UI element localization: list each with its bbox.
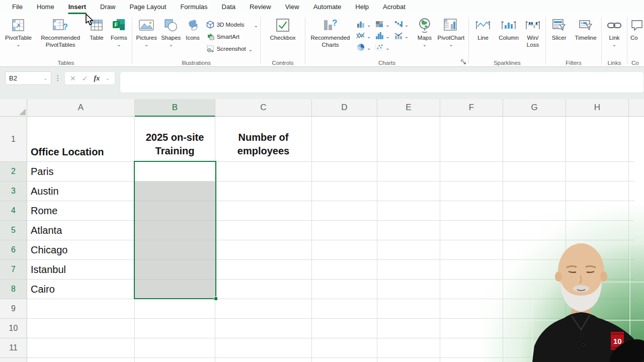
cell-b3[interactable]: [135, 182, 215, 201]
cell[interactable]: [503, 240, 566, 260]
3d-models-button[interactable]: 3D Models ⌄: [206, 20, 258, 30]
cell[interactable]: [215, 221, 312, 240]
cell[interactable]: [440, 358, 503, 362]
cell-a8[interactable]: Cairo: [27, 280, 135, 299]
pivotchart-button[interactable]: PivotChart ⌄: [436, 16, 466, 46]
cell[interactable]: [135, 358, 215, 362]
cell[interactable]: [440, 240, 503, 260]
cell[interactable]: [566, 260, 629, 280]
comment-button[interactable]: Co: [629, 16, 644, 42]
column-header-b-selected[interactable]: B: [135, 99, 215, 117]
cell[interactable]: [215, 280, 312, 299]
cell[interactable]: [440, 201, 503, 221]
tab-page-layout[interactable]: Page Layout: [122, 0, 173, 14]
cell[interactable]: [566, 201, 629, 221]
insert-function-icon[interactable]: fx: [94, 74, 100, 82]
chevron-down-icon[interactable]: ⌄: [117, 43, 121, 46]
cell-a1[interactable]: Office Location: [27, 117, 135, 162]
cell[interactable]: [629, 201, 634, 221]
insert-hierarchy-chart-button[interactable]: ⌄: [375, 20, 389, 29]
cell[interactable]: [215, 162, 312, 182]
cell[interactable]: [629, 319, 634, 338]
cell[interactable]: [215, 201, 312, 221]
cell[interactable]: [566, 117, 629, 162]
cell-b2-active[interactable]: [135, 162, 215, 182]
pictures-button[interactable]: Pictures ⌄: [134, 16, 158, 46]
cell-b5[interactable]: [135, 221, 215, 240]
cell[interactable]: [566, 162, 629, 182]
tab-insert[interactable]: Insert: [61, 0, 93, 14]
cell[interactable]: [27, 319, 135, 338]
cell[interactable]: [377, 182, 440, 201]
chevron-down-icon[interactable]: ⌄: [449, 43, 453, 46]
tab-acrobat[interactable]: Acrobat: [376, 0, 413, 14]
cell[interactable]: [629, 280, 634, 299]
insert-scatter-chart-button[interactable]: ⌄: [375, 43, 389, 52]
cell[interactable]: [440, 338, 503, 358]
tab-data[interactable]: Data: [215, 0, 243, 14]
chevron-down-icon[interactable]: ⌄: [385, 35, 389, 38]
cell[interactable]: [312, 221, 377, 240]
cell[interactable]: [503, 221, 566, 240]
cell[interactable]: [566, 182, 629, 201]
row-header-10[interactable]: 10: [0, 319, 27, 338]
chevron-down-icon[interactable]: ⌄: [367, 46, 371, 50]
insert-column-chart-button[interactable]: ⌄: [356, 20, 371, 29]
cell[interactable]: [503, 338, 566, 358]
cell[interactable]: [215, 299, 312, 319]
column-header-d[interactable]: D: [312, 99, 377, 117]
cancel-icon[interactable]: ✕: [70, 74, 76, 82]
pivottable-button[interactable]: PivotTable ⌄: [2, 16, 35, 46]
cell[interactable]: [566, 319, 629, 338]
chevron-down-icon[interactable]: ⌄: [405, 23, 409, 27]
cell[interactable]: [377, 162, 440, 182]
insert-waterfall-chart-button[interactable]: ⌄: [394, 20, 409, 29]
cell-a4[interactable]: Rome: [27, 201, 135, 221]
cell[interactable]: [440, 299, 503, 319]
chevron-down-icon[interactable]: ⌄: [144, 43, 148, 46]
chevron-down-icon[interactable]: ⌄: [106, 76, 110, 81]
cell[interactable]: [440, 221, 503, 240]
slicer-button[interactable]: Slicer: [548, 16, 570, 42]
row-header-6[interactable]: 6: [0, 240, 27, 260]
cell[interactable]: [440, 117, 503, 162]
tab-automate[interactable]: Automate: [306, 0, 349, 14]
forms-button[interactable]: F Forms ⌄: [108, 16, 130, 46]
cell[interactable]: [377, 299, 440, 319]
cell[interactable]: [135, 299, 215, 319]
cell[interactable]: [135, 319, 215, 338]
row-header-2[interactable]: 2: [0, 162, 27, 182]
cell[interactable]: [503, 182, 566, 201]
column-header-c[interactable]: C: [215, 99, 312, 117]
maps-button[interactable]: Maps ⌄: [414, 16, 436, 46]
cell-a7[interactable]: Istanbul: [27, 260, 135, 280]
more-options-icon[interactable]: ⋮: [54, 74, 61, 82]
cell[interactable]: [566, 240, 629, 260]
cell[interactable]: [629, 260, 634, 280]
row-header-8[interactable]: 8: [0, 280, 27, 299]
icons-button[interactable]: Icons: [183, 16, 202, 42]
cell[interactable]: [312, 182, 377, 201]
cell[interactable]: [377, 117, 440, 162]
cell[interactable]: [440, 162, 503, 182]
cell[interactable]: [440, 182, 503, 201]
row-header-3[interactable]: 3: [0, 182, 27, 201]
recommended-pivottables-button[interactable]: ? Recommended PivotTables: [36, 16, 85, 48]
tab-home[interactable]: Home: [30, 0, 61, 14]
chevron-down-icon[interactable]: ⌄: [43, 76, 47, 81]
cell[interactable]: [503, 280, 566, 299]
chevron-down-icon[interactable]: ⌄: [169, 43, 173, 46]
cell[interactable]: [312, 358, 377, 362]
cell[interactable]: [312, 319, 377, 338]
cell[interactable]: [215, 358, 312, 362]
cell[interactable]: [503, 299, 566, 319]
cell[interactable]: [377, 221, 440, 240]
cell-b6[interactable]: [135, 240, 215, 260]
cell[interactable]: [503, 162, 566, 182]
cell[interactable]: [312, 338, 377, 358]
sparkline-line-button[interactable]: Line: [472, 16, 494, 42]
chevron-down-icon[interactable]: ⌄: [385, 46, 389, 50]
checkbox-button[interactable]: Checkbox: [266, 16, 299, 42]
cell[interactable]: [440, 280, 503, 299]
chevron-down-icon[interactable]: ⌄: [385, 23, 389, 27]
